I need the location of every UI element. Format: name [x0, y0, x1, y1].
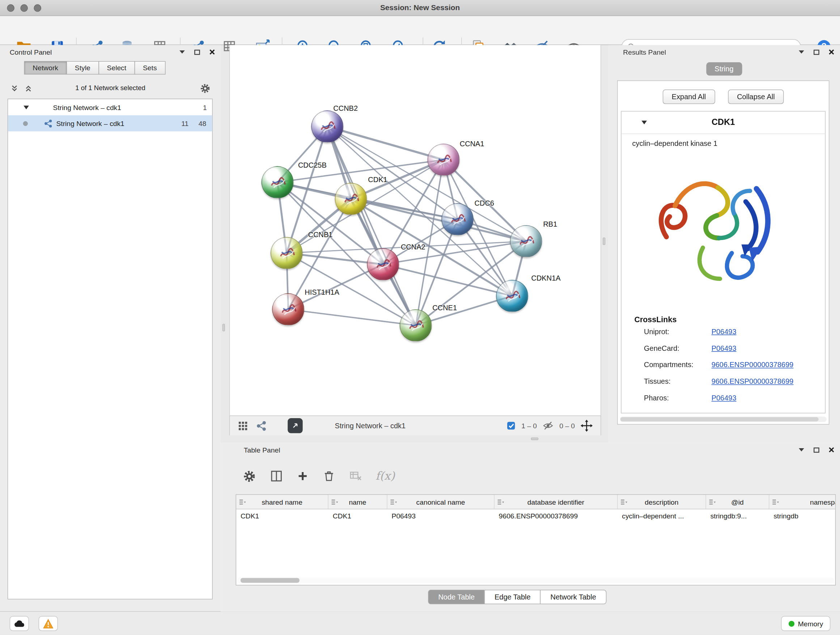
- network-node-CDC6[interactable]: [441, 203, 474, 235]
- network-node-CCNB2[interactable]: [311, 111, 343, 143]
- network-node-CCNA1[interactable]: [428, 144, 460, 176]
- cell-name: CDK1: [328, 509, 387, 524]
- network-node-HIST1H1A[interactable]: [272, 293, 304, 325]
- column-header-shared-name[interactable]: shared name: [236, 495, 328, 509]
- column-type-icon: [772, 499, 779, 505]
- right-splitter-handle[interactable]: [603, 238, 605, 245]
- crosslink-row: Tissues: 9606.ENSP00000378699: [644, 374, 820, 390]
- clear-table-icon-disabled: [349, 469, 363, 483]
- network-nodes-layer: CCNB2CCNA1CDC25BCDK1CDC6RB1CCNB1CCNA2CDK…: [230, 45, 602, 415]
- results-scrollbar[interactable]: [620, 417, 827, 422]
- scrollbar-thumb[interactable]: [240, 578, 300, 583]
- function-builder-button[interactable]: f(x): [376, 470, 395, 483]
- network-collection-row[interactable]: String Network – cdk1 1: [8, 99, 212, 115]
- panel-menu-caret-icon[interactable]: [179, 49, 186, 55]
- delete-column-trash-icon[interactable]: [322, 469, 336, 483]
- network-label: String Network – cdk1: [56, 119, 124, 127]
- table-options-gear-icon[interactable]: [242, 469, 256, 483]
- panel-float-icon[interactable]: [813, 447, 820, 453]
- memory-button[interactable]: Memory: [781, 616, 830, 631]
- vertical-splitter-handle[interactable]: [223, 324, 225, 331]
- pan-move-icon[interactable]: [580, 419, 593, 432]
- birdseye-share-icon[interactable]: [256, 420, 267, 431]
- cell-id: stringdb:9...: [706, 509, 769, 524]
- control-panel: Control Panel Network Style Select Sets …: [0, 45, 221, 611]
- protein-thumbnail-icon: [374, 257, 393, 272]
- crosslink-link[interactable]: 9606.ENSP00000378699: [712, 378, 794, 386]
- table-toolbar: f(x): [242, 461, 395, 491]
- network-view-title: String Network – cdk1: [335, 422, 406, 430]
- network-options-gear-icon[interactable]: [199, 82, 211, 95]
- tab-edge-table[interactable]: Edge Table: [485, 590, 541, 604]
- network-canvas[interactable]: CCNB2CCNA1CDC25BCDK1CDC6RB1CCNB1CCNA2CDK…: [229, 45, 601, 415]
- network-node-CDKN1A[interactable]: [496, 280, 528, 312]
- node-label-CCNA2: CCNA2: [401, 243, 425, 251]
- hidden-eye-slash-icon[interactable]: [542, 420, 554, 431]
- node-label-CCNB1: CCNB1: [308, 231, 333, 239]
- column-header-description[interactable]: description: [617, 495, 706, 509]
- open-in-external-button[interactable]: [287, 418, 302, 433]
- node-label-CDK1: CDK1: [368, 176, 387, 184]
- status-bar: Memory: [0, 611, 840, 635]
- column-header-database-identifier[interactable]: database identifier: [494, 495, 618, 509]
- control-panel-header: Control Panel: [0, 45, 221, 60]
- memory-button-label: Memory: [798, 619, 823, 627]
- tab-sets[interactable]: Sets: [134, 61, 165, 74]
- node-label-CDKN1A: CDKN1A: [531, 274, 561, 282]
- control-panel-tabs: Network Style Select Sets: [25, 61, 165, 74]
- panel-menu-caret-icon[interactable]: [798, 49, 805, 55]
- tab-network[interactable]: Network: [24, 61, 67, 74]
- selected-checkbox-icon[interactable]: [507, 421, 516, 431]
- network-selection-row: 1 of 1 Network selected: [0, 80, 221, 96]
- warnings-button[interactable]: [39, 616, 58, 631]
- crosslink-link[interactable]: 9606.ENSP00000378699: [712, 361, 794, 369]
- column-header-namespace[interactable]: namespace: [769, 495, 836, 509]
- column-header-name[interactable]: name: [328, 495, 387, 509]
- horizontal-splitter-handle[interactable]: [531, 437, 538, 440]
- tab-string[interactable]: String: [706, 62, 742, 76]
- gene-name: CDK1: [622, 117, 825, 127]
- crosslink-row: Compartments: 9606.ENSP00000378699: [644, 357, 820, 374]
- panel-float-icon[interactable]: [813, 49, 820, 55]
- panel-close-icon[interactable]: [209, 49, 216, 55]
- network-node-CCNB1[interactable]: [271, 237, 303, 269]
- protein-thumbnail-icon: [517, 234, 536, 250]
- node-count: 11: [181, 119, 188, 127]
- tab-network-table[interactable]: Network Table: [540, 590, 606, 604]
- cell-database-identifier: 9606.ENSP00000378699: [494, 509, 618, 524]
- node-label-CCNB2: CCNB2: [333, 104, 358, 112]
- network-row[interactable]: String Network – cdk1 11 48: [8, 115, 212, 131]
- node-label-CCNE1: CCNE1: [432, 304, 457, 312]
- panel-close-icon[interactable]: [828, 447, 835, 453]
- cloud-status-button[interactable]: [10, 616, 29, 631]
- crosslink-label: Compartments:: [644, 361, 693, 369]
- network-node-CDC25B[interactable]: [262, 166, 294, 198]
- cell-namespace: stringdb: [769, 509, 836, 524]
- show-columns-icon[interactable]: [270, 469, 284, 483]
- panel-float-icon[interactable]: [194, 49, 201, 55]
- column-header-canonical-name[interactable]: canonical name: [387, 495, 494, 509]
- network-node-CCNA2[interactable]: [367, 249, 399, 280]
- crosslinks-title: CrossLinks: [634, 315, 676, 324]
- tab-select[interactable]: Select: [98, 61, 135, 74]
- add-column-icon[interactable]: [296, 470, 309, 483]
- network-node-CCNE1[interactable]: [400, 309, 432, 341]
- tree-expander-icon[interactable]: [23, 104, 30, 110]
- column-header-id[interactable]: @id: [706, 495, 769, 509]
- tab-style[interactable]: Style: [66, 61, 99, 74]
- crosslink-link[interactable]: P06493: [712, 328, 737, 336]
- collapse-all-button[interactable]: Collapse All: [728, 89, 784, 104]
- table-row[interactable]: CDK1 CDK1 P06493 9606.ENSP00000378699 cy…: [236, 509, 835, 524]
- table-horizontal-scrollbar[interactable]: [237, 578, 834, 583]
- tab-node-table[interactable]: Node Table: [428, 590, 485, 604]
- crosslink-link[interactable]: P06493: [712, 394, 737, 402]
- column-type-icon: [390, 499, 397, 505]
- panel-close-icon[interactable]: [828, 49, 835, 55]
- panel-menu-caret-icon[interactable]: [798, 447, 805, 453]
- network-node-CDK1[interactable]: [335, 183, 367, 215]
- crosslink-link[interactable]: P06493: [712, 344, 737, 352]
- network-node-RB1[interactable]: [510, 225, 542, 257]
- grid-view-icon[interactable]: [237, 420, 248, 431]
- main-toolbar: ?: [0, 16, 840, 45]
- expand-all-button[interactable]: Expand All: [663, 89, 715, 104]
